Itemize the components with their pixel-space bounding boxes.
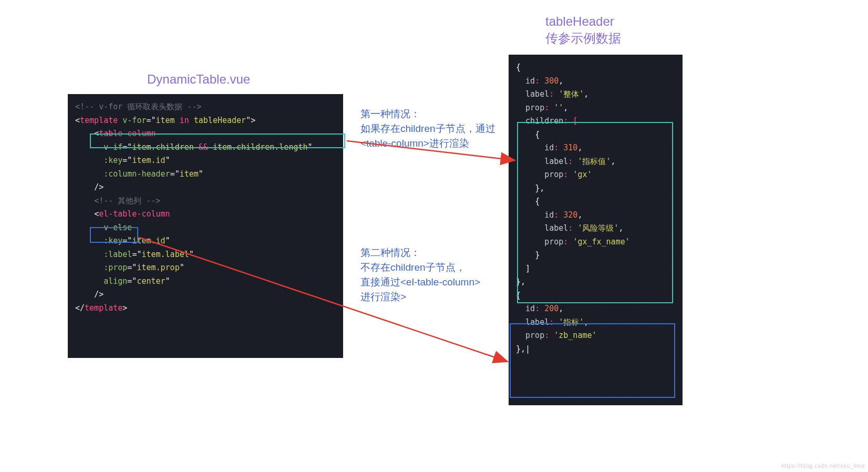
left-panel-title: DynamicTable.vue [147, 72, 250, 87]
highlight-obj200-box [510, 323, 675, 398]
code-comment: <!-- 其他列 --> [94, 196, 160, 206]
caption-case-2: 第二种情况：不存在children子节点，直接通过<el-table-colum… [360, 245, 480, 304]
highlight-velse-box [90, 227, 138, 243]
highlight-vif-box [90, 134, 345, 148]
watermark-text: https://blog.csdn.net/cxu_lims [781, 463, 865, 469]
caption-case-1: 第一种情况：如果存在children子节点，通过<table-column>进行… [360, 107, 495, 151]
highlight-children-box [517, 122, 673, 303]
code-comment: <!-- v-for 循环取表头数据 --> [75, 102, 201, 111]
right-panel-title: tableHeader传参示例数据 [545, 13, 621, 47]
